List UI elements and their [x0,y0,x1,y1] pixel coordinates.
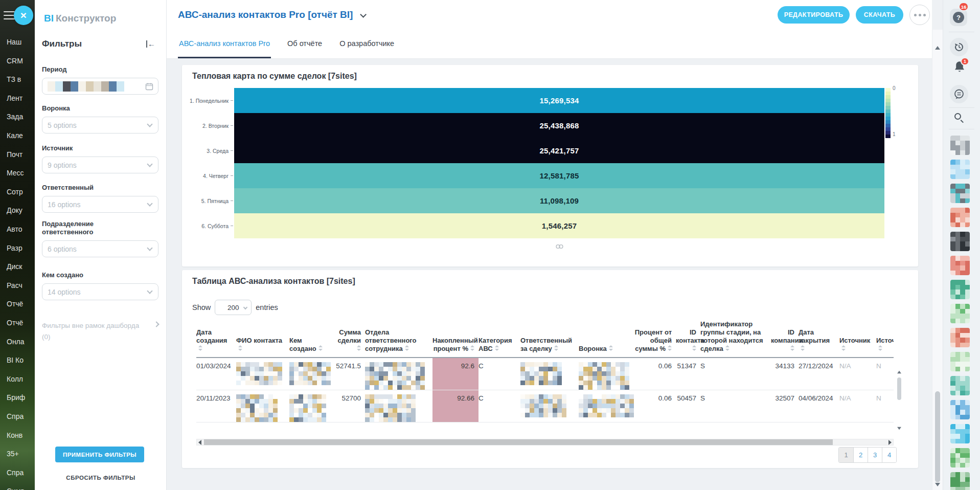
sidebar-menu-item[interactable]: Зада [7,113,23,121]
page-scrollbar-thumb[interactable] [935,391,940,482]
sidebar-menu-item[interactable]: Отчё [7,319,23,327]
scroll-up-icon[interactable] [935,46,940,50]
tab-2[interactable]: Об отчёте [286,30,323,58]
column-header[interactable]: Дата создания [196,320,236,358]
tab-1[interactable]: АВС-анализ контактов Pro [178,30,271,58]
heatmap-row[interactable]: 15,269,534 [234,88,884,113]
link-icon[interactable] [555,242,564,252]
hamburger-menu-icon[interactable] [4,11,15,19]
sidebar-menu-item[interactable]: 35+ [7,450,19,458]
sidebar-menu-item[interactable]: Онла [7,338,25,346]
column-header[interactable]: Процент от общей суммы % [628,320,676,358]
heatmap-row[interactable]: 1,546,257 [234,213,884,238]
sidebar-menu-item[interactable]: Конв [7,431,22,439]
rail-thumbnail[interactable] [950,304,970,323]
sidebar-menu-item[interactable]: Отчё [7,300,23,308]
sidebar-menu-item[interactable]: CRM [7,57,23,65]
report-title-dropdown[interactable]: АВС-анализ контактов Pro [отчёт BI] [178,9,364,20]
scroll-right-icon[interactable] [888,440,892,445]
rail-thumbnail[interactable] [950,280,970,299]
sidebar-menu-item[interactable]: Лент [7,94,22,102]
scroll-left-icon[interactable] [198,440,201,445]
column-header[interactable]: Идентификатор группы стадии, на которой … [700,320,771,358]
column-header[interactable]: Накопленный процент % [432,320,478,358]
page-size-select[interactable]: 200 [215,300,252,315]
close-menu-button[interactable]: × [14,6,33,25]
sidebar-menu-item[interactable]: Авто [7,225,22,233]
rail-thumbnail[interactable] [950,352,970,371]
sidebar-menu-item[interactable]: ТЗ в [7,75,21,83]
sidebar-menu-item[interactable]: Спра [7,469,24,477]
rail-thumbnail[interactable] [950,448,970,467]
rail-thumbnail[interactable] [950,256,970,275]
sidebar-menu-item[interactable]: Спра [7,412,24,420]
column-header[interactable]: ID компании [771,320,799,358]
collapse-panel-icon[interactable]: ← [146,39,157,49]
rail-thumbnail[interactable] [950,160,970,179]
period-date-input[interactable] [42,78,158,95]
rail-thumbnail[interactable] [950,208,970,227]
heatmap-row[interactable]: 12,581,785 [234,163,884,188]
sidebar-menu-item[interactable]: Месс [7,169,24,177]
scroll-down-icon[interactable] [935,483,940,486]
rail-thumbnail[interactable] [950,472,970,490]
table-scroll-up[interactable] [897,370,903,374]
sidebar-menu-item[interactable]: Доку [7,206,22,214]
column-header[interactable]: Дата закрытия [799,320,839,358]
sidebar-menu-item[interactable]: Диск [7,262,22,271]
table-row[interactable]: 20/11/20235270092.66C0.0650457S3250704/0… [196,390,894,422]
heatmap-row[interactable]: 25,421,757 [234,138,884,163]
column-header[interactable]: Ответственный за сделку [520,320,579,358]
rail-thumbnail[interactable] [950,328,970,347]
column-header[interactable]: ФИО контакта [236,320,289,358]
table-scroll-down[interactable] [897,427,903,430]
sidebar-menu-item[interactable]: Бриф [7,393,25,402]
horizontal-scrollbar[interactable] [196,439,894,446]
edit-button[interactable]: РЕДАКТИРОВАТЬ [778,6,850,24]
sidebar-menu-item[interactable]: Симв [7,487,25,490]
rail-thumbnail[interactable] [950,424,970,443]
filter-select[interactable]: 6 options [42,240,158,257]
column-header[interactable]: Сумма сделки [333,320,365,358]
reset-filters-button[interactable]: СБРОСИТЬ ФИЛЬТРЫ [35,475,167,481]
download-button[interactable]: СКАЧАТЬ [856,6,903,24]
rail-thumbnail[interactable] [950,376,970,395]
page-button-4[interactable]: 4 [882,448,896,462]
page-scrollbar[interactable] [932,30,943,490]
history-refresh-button[interactable] [950,38,968,56]
sidebar-menu-item[interactable]: Колл [7,375,23,383]
column-header[interactable]: Отдела ответственного сотрудника [365,320,432,358]
page-button-2[interactable]: 2 [853,448,868,462]
sidebar-menu-item[interactable]: Сотр [7,188,23,196]
rail-thumbnail[interactable] [950,136,970,155]
heatmap-row[interactable]: 11,098,109 [234,188,884,213]
rail-thumbnail[interactable] [950,400,970,419]
heatmap-row[interactable]: 25,438,868 [234,113,884,138]
table-row[interactable]: 01/03/202452741.592.6C0.0651347S3413327/… [196,358,894,390]
sidebar-menu-item[interactable]: Разр [7,244,22,252]
rail-thumbnail[interactable] [950,232,970,251]
sidebar-menu-item[interactable]: Почт [7,150,22,159]
outer-filters-link[interactable]: Фильтры вне рамок дашборда (0) [42,320,161,343]
rail-thumbnail[interactable] [950,184,970,203]
column-header[interactable]: Кем создано [289,320,333,358]
page-button-3[interactable]: 3 [868,448,882,462]
sidebar-menu-item[interactable]: Расч [7,281,22,289]
filter-select[interactable]: 16 options [42,196,158,213]
column-header[interactable]: Воронка [579,320,628,358]
sidebar-menu-item[interactable]: Наш [7,38,21,46]
bi-constructor-logo[interactable]: BIКонструктор [44,13,116,24]
tab-3[interactable]: О разработчике [338,30,395,58]
filter-select[interactable]: 14 options [42,283,158,300]
column-header[interactable]: Источник [839,320,876,358]
filter-select[interactable]: 9 options [42,157,158,173]
help-button[interactable]: ? [950,9,967,26]
sidebar-menu-item[interactable]: BI Ко [7,356,24,364]
page-button-1[interactable]: 1 [839,448,853,462]
column-header[interactable]: ID контакта [676,320,700,358]
table-scrollbar-thumb[interactable] [897,377,903,400]
search-button[interactable] [954,113,965,123]
column-header[interactable]: Категория АВС [478,320,520,358]
chat-button[interactable] [950,85,968,103]
apply-filters-button[interactable]: ПРИМЕНИТЬ ФИЛЬТРЫ [55,447,144,462]
